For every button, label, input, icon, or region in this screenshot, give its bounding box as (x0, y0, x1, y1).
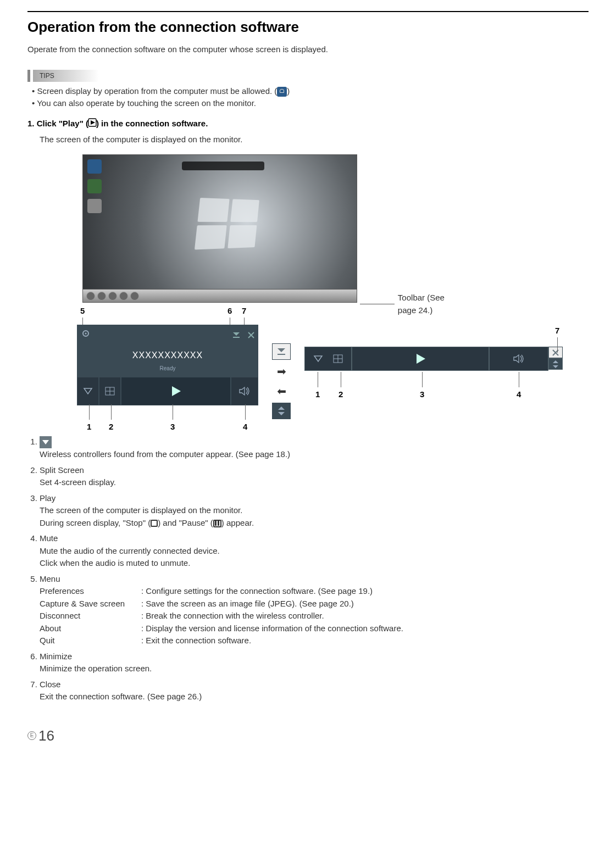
step-1-body: The screen of the computer is displayed … (40, 133, 589, 146)
mini-toolbar (182, 162, 264, 170)
tips-header: TIPS (27, 70, 589, 82)
lock-icon (277, 87, 287, 97)
tip-item: You can also operate by touching the scr… (32, 97, 589, 110)
arrow-right-icon: ➡ (277, 363, 286, 380)
intro-text: Operate from the connection software on … (27, 43, 589, 56)
svg-marker-27 (553, 365, 558, 368)
windows-logo (195, 198, 259, 250)
chevron-down-icon (40, 436, 52, 448)
callout-number: 3 (420, 388, 424, 401)
panel-status: Ready (77, 364, 258, 372)
callout-number: 5 (80, 305, 85, 318)
taskbar (83, 289, 357, 302)
tips-label: TIPS (33, 70, 99, 82)
expand-icon[interactable] (272, 403, 291, 419)
mute-button[interactable] (489, 347, 548, 371)
legend-item: Split Screen Set 4-screen display. (40, 464, 589, 489)
callout-number: 6 (227, 305, 232, 318)
callout-number: 2 (338, 388, 343, 401)
arrow-left-icon: ➡ (277, 383, 286, 399)
gear-icon[interactable] (81, 329, 90, 342)
svg-marker-18 (314, 356, 322, 361)
callout-number: 2 (109, 421, 113, 433)
legend-item: Wireless controllers found from the comp… (40, 436, 589, 461)
page-heading: Operation from the connection software (27, 16, 589, 38)
step-1: 1. Click "Play" () in the connection sof… (27, 118, 589, 130)
callout-number: 4 (517, 388, 521, 401)
svg-marker-13 (240, 387, 245, 395)
legend-item: Minimize Minimize the operation screen. (40, 650, 589, 675)
close-icon[interactable] (247, 330, 255, 343)
callout-number: 3 (170, 421, 175, 433)
mute-button[interactable] (231, 377, 258, 405)
page-number: 16 (38, 725, 54, 747)
svg-marker-26 (553, 360, 558, 363)
dropdown-button[interactable] (304, 347, 352, 371)
play-icon (88, 118, 96, 130)
sidebar-icon (87, 179, 102, 193)
dropdown-button[interactable] (77, 377, 99, 405)
play-button[interactable] (352, 347, 489, 371)
play-button[interactable] (121, 377, 231, 405)
svg-marker-17 (278, 412, 285, 415)
pause-icon (213, 520, 221, 527)
minimize-icon[interactable] (272, 343, 291, 360)
tip-item: Screen display by operation from the com… (32, 85, 589, 98)
svg-rect-15 (278, 354, 285, 355)
svg-marker-23 (514, 355, 519, 363)
svg-marker-4 (233, 332, 240, 336)
legend-item: Play The screen of the computer is displ… (40, 492, 589, 530)
svg-marker-12 (172, 386, 181, 396)
svg-point-3 (85, 333, 87, 335)
svg-marker-8 (84, 388, 92, 394)
callout-number: 1 (87, 421, 91, 433)
callout-number: 7 (242, 305, 246, 318)
tips-list: Screen display by operation from the com… (32, 85, 589, 110)
operation-panel-diagram: 5 6 7 XXXXXXXXXXX R (77, 325, 589, 419)
legend-item: Mute Mute the audio of the currently con… (40, 532, 589, 570)
split-screen-button[interactable] (99, 377, 121, 405)
minimize-icon[interactable] (232, 330, 241, 343)
stop-icon (151, 520, 158, 527)
page-footer: E 16 (27, 725, 589, 747)
callout-number: 4 (243, 421, 247, 433)
toolbar-note: Toolbar (See page 24.) (398, 292, 448, 316)
svg-marker-1 (91, 120, 95, 125)
svg-marker-22 (417, 354, 425, 364)
callout-number: 1 (315, 388, 320, 401)
legend-item: Menu Preferences: Configure settings for… (40, 573, 589, 647)
svg-marker-16 (278, 407, 285, 410)
footer-badge: E (27, 731, 36, 740)
sidebar-icon (87, 159, 102, 174)
legend-item: Close Exit the connection software. (See… (40, 678, 589, 703)
svg-rect-5 (233, 337, 240, 338)
svg-marker-14 (278, 348, 285, 352)
sidebar-icon (87, 199, 102, 213)
callout-number: 7 (555, 325, 559, 337)
legend-list: Wireless controllers found from the comp… (40, 436, 589, 703)
expand-icon[interactable] (548, 358, 563, 370)
desktop-screenshot: Toolbar (See page 24.) (82, 154, 390, 303)
panel-title: XXXXXXXXXXX (132, 350, 203, 360)
